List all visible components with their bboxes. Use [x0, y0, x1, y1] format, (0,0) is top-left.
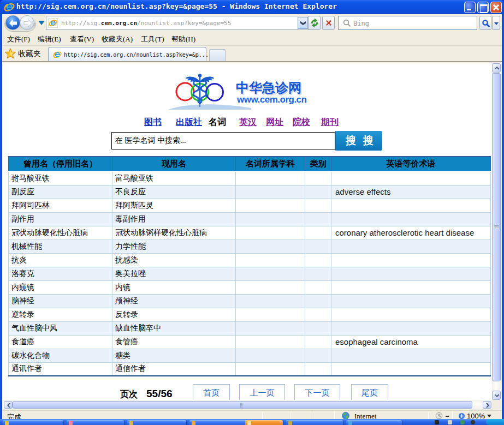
scroll-left-button[interactable] [4, 401, 13, 409]
refresh-icon [310, 18, 319, 28]
navigation-toolbar: http://sig.cem.org.cn/nounlist.asp?key=&… [2, 14, 502, 32]
tray-icon[interactable] [471, 420, 475, 424]
table-cell: 机械性能 [9, 240, 112, 253]
table-cell [305, 171, 331, 185]
next-page-button[interactable]: 下一页 [294, 384, 340, 400]
search-options-dropdown[interactable] [492, 16, 500, 30]
table-cell: 食道癌 [9, 335, 112, 349]
vertical-scrollbar[interactable] [492, 63, 501, 400]
scroll-down-button[interactable] [492, 391, 501, 400]
minimize-button[interactable] [464, 2, 476, 13]
table-cell [305, 199, 331, 212]
menu-item[interactable]: 文件(F) [7, 34, 30, 44]
nav-link-link[interactable]: 图书 [144, 117, 162, 128]
url-prefix: http://sig. [61, 20, 101, 27]
refresh-button[interactable] [308, 16, 321, 30]
taskbar-button[interactable] [127, 420, 186, 425]
horizontal-scroll-thumb[interactable] [13, 401, 472, 409]
address-dropdown-button[interactable] [298, 17, 308, 29]
table-cell: 副反应 [9, 185, 112, 199]
zoom-dropdown-arrow[interactable] [487, 415, 491, 417]
taskbar-button-active[interactable] [245, 420, 283, 425]
scroll-right-button[interactable] [483, 401, 491, 409]
close-button[interactable] [490, 2, 502, 13]
table-cell [305, 212, 331, 226]
statusbar-separator [428, 412, 429, 419]
tray-icon[interactable] [460, 420, 465, 424]
tray-icon[interactable] [448, 420, 452, 424]
forward-button[interactable] [20, 15, 34, 30]
menu-item[interactable]: 工具(T) [141, 34, 164, 44]
search-box[interactable]: Bing [338, 16, 477, 30]
column-header: 名词所属学科 [236, 157, 305, 171]
table-cell: 通讯作者 [9, 362, 112, 376]
table-cell [305, 240, 331, 253]
horizontal-scrollbar[interactable] [3, 400, 492, 409]
term-search-button[interactable]: 搜 搜 [336, 131, 382, 151]
last-page-button[interactable]: 尾页 [351, 384, 388, 400]
taskbar-button[interactable] [3, 420, 63, 425]
caduceus-icon [186, 74, 214, 107]
table-cell [305, 349, 331, 362]
table-row: 逆转录反转录 [9, 308, 491, 321]
nav-visited-link[interactable]: 期刊 [321, 117, 339, 128]
tray-icon[interactable] [435, 420, 439, 424]
maximize-button[interactable] [477, 2, 489, 13]
zoom-icon [458, 412, 465, 419]
scroll-up-button[interactable] [492, 63, 501, 73]
term-search-input[interactable] [111, 132, 336, 149]
nav-visited-link[interactable]: 英汉 [239, 117, 257, 128]
back-button[interactable] [5, 15, 20, 30]
new-tab-button[interactable] [209, 49, 226, 61]
site-url: www.cem.org.cn [237, 94, 306, 105]
internet-zone-globe-icon [342, 412, 349, 420]
table-row: 通讯作者通信作者 [9, 362, 491, 376]
menu-item[interactable]: 查看(V) [70, 34, 94, 44]
table-cell [331, 199, 491, 212]
page-mode-dropdown[interactable] [446, 416, 449, 417]
statusbar-separator [334, 412, 335, 419]
address-url[interactable]: http://sig.cem.org.cn/nounlist.asp?key=&… [61, 20, 231, 27]
taskbar-button-icon [348, 421, 352, 425]
table-cell: 抗感染 [112, 253, 236, 267]
back-arrow-icon [8, 17, 19, 29]
nav-link-link[interactable]: 出版社 [176, 117, 202, 128]
table-cell: 颅神经 [112, 294, 236, 308]
table-cell: 拜阿斯匹灵 [112, 199, 236, 212]
table-cell [236, 294, 305, 308]
menu-item[interactable]: 帮助(H) [171, 34, 195, 44]
search-button[interactable] [479, 16, 491, 30]
taskbar-button-icon [192, 421, 195, 425]
active-tab[interactable]: http://sig.cem.org.cn/nounlist.asp?key=&… [48, 47, 206, 61]
first-page-button[interactable]: 首页 [193, 384, 230, 400]
scroll-thumb-grip [240, 403, 244, 408]
taskbar-button-icon [129, 421, 133, 425]
recent-pages-dropdown[interactable] [38, 21, 45, 25]
menu-item[interactable]: 收藏夹(A) [102, 34, 133, 44]
table-cell: 缺血性脑卒中 [112, 321, 236, 335]
table-cell [305, 226, 331, 240]
chevron-up-icon [495, 67, 499, 70]
taskbar-button[interactable] [189, 420, 248, 425]
taskbar-button[interactable] [286, 420, 343, 425]
table-cell: 力学性能 [112, 240, 236, 253]
nav-visited-link[interactable]: 网址 [266, 117, 283, 128]
page-number: 55/56 [146, 388, 173, 400]
menu-item[interactable]: 编辑(E) [38, 34, 61, 44]
favorites-label[interactable]: 收藏夹 [18, 49, 41, 59]
windows-taskbar [0, 419, 504, 425]
table-header-row: 曾用名（停用旧名）现用名名词所属学科类别英语等价术语 [9, 157, 491, 171]
taskbar-button[interactable] [346, 420, 402, 425]
stop-button[interactable] [322, 16, 335, 30]
table-cell: 洛赛克 [9, 267, 112, 280]
favorites-star-icon[interactable] [4, 47, 16, 59]
taskbar-button[interactable] [67, 420, 124, 425]
vertical-scroll-thumb[interactable] [492, 73, 501, 381]
table-cell: 食管癌 [112, 335, 236, 349]
nav-visited-link[interactable]: 院校 [293, 117, 310, 128]
prev-page-button[interactable]: 上一页 [239, 384, 285, 400]
nav-current-link: 名词 [209, 117, 226, 128]
address-bar[interactable]: http://sig.cem.org.cn/nounlist.asp?key=&… [46, 16, 309, 30]
table-cell: 内窥镜 [9, 280, 112, 294]
page-mode-icon[interactable] [435, 412, 443, 420]
